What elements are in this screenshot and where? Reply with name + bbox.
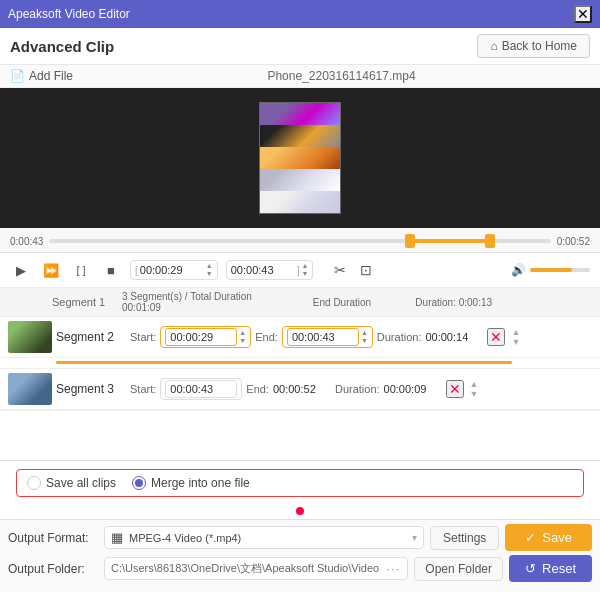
stop-button[interactable]: ■	[100, 259, 122, 281]
format-label: Output Format:	[8, 531, 98, 545]
scrubber-handle-left[interactable]	[405, 234, 415, 248]
save-all-radio[interactable]: Save all clips	[27, 476, 116, 490]
seg-progress-bar-2	[56, 361, 512, 364]
volume-area: 🔊	[511, 263, 590, 277]
seg-end-input-group-2: ▲▼	[282, 326, 373, 348]
save-button[interactable]: ✓ Save	[505, 524, 592, 551]
reset-button[interactable]: ↺ Reset	[509, 555, 592, 582]
start-time-input-group: [ 00:00:29 ▲▼	[130, 260, 218, 280]
seg-scroll-3: ▲ ▼	[470, 379, 479, 399]
format-grid-icon: ▦	[111, 530, 123, 545]
save-merge-row: Save all clips Merge into one file	[16, 469, 584, 497]
seg-start-spinner-2[interactable]: ▲▼	[239, 329, 246, 345]
seg-start-label-3: Start:	[130, 383, 156, 395]
cut-button[interactable]: ✂	[329, 259, 351, 281]
add-file-button[interactable]: 📄 Add File	[10, 69, 73, 83]
clip-icons: ✂ ⊡	[329, 259, 377, 281]
seg-scroll-up-2[interactable]: ▲	[511, 327, 520, 337]
merge-label: Merge into one file	[151, 476, 250, 490]
thumbnail-strip	[259, 102, 341, 214]
thumb-5	[260, 191, 340, 213]
volume-icon: 🔊	[511, 263, 526, 277]
thumb-1	[260, 103, 340, 125]
seg-end-label-2: End:	[255, 331, 278, 343]
seg-start-input-3[interactable]	[165, 380, 237, 398]
segment-thumb-3	[8, 373, 52, 405]
format-select[interactable]: ▦ MPEG-4 Video (*.mp4) ▾	[104, 526, 424, 549]
back-home-label: Back to Home	[502, 39, 577, 53]
reset-icon: ↺	[525, 561, 536, 576]
segment-thumb-2	[8, 321, 52, 353]
step-forward-button[interactable]: ⏩	[40, 259, 62, 281]
bracket-button[interactable]: [ ]	[70, 259, 92, 281]
seg-start-label-2: Start:	[130, 331, 156, 343]
save-all-radio-circle	[27, 476, 41, 490]
seg-start-input-2[interactable]	[165, 328, 237, 346]
clip-button[interactable]: ⊡	[355, 259, 377, 281]
format-row: Output Format: ▦ MPEG-4 Video (*.mp4) ▾ …	[8, 524, 592, 551]
seg-dur-label-3: Duration:	[335, 383, 380, 395]
seg-header-name: Segment 1	[52, 296, 122, 308]
scrubber-end-time: 0:00:52	[557, 236, 590, 247]
end-time-input-group: 00:00:43 ] ▲▼	[226, 260, 314, 280]
dots-button[interactable]: ···	[386, 563, 401, 575]
video-preview	[0, 88, 600, 228]
seg-delete-button-2[interactable]: ✕	[487, 328, 505, 346]
seg-end-value-3: 00:00:52	[273, 383, 331, 395]
folder-path-input[interactable]: C:\Users\86183\OneDrive\文档\Apeaksoft Stu…	[104, 557, 408, 580]
seg-scroll-down-2[interactable]: ▼	[511, 337, 520, 347]
scrubber-handle-right[interactable]	[485, 234, 495, 248]
format-text: MPEG-4 Video (*.mp4)	[129, 532, 406, 544]
start-time-input[interactable]: 00:00:29	[140, 264, 204, 276]
seg-delete-button-3[interactable]: ✕	[446, 380, 464, 398]
volume-track[interactable]	[530, 268, 590, 272]
segments-header: Segment 1 3 Segment(s) / Total Duration …	[0, 288, 600, 317]
indicator-row	[0, 505, 600, 519]
folder-row: Output Folder: C:\Users\86183\OneDrive\文…	[8, 555, 592, 582]
reset-label: Reset	[542, 561, 576, 576]
seg-end-spinner-2[interactable]: ▲▼	[361, 329, 368, 345]
add-file-label: Add File	[29, 69, 73, 83]
output-section: Output Format: ▦ MPEG-4 Video (*.mp4) ▾ …	[0, 519, 600, 592]
scrubber-bar: 0:00:43 0:00:52	[0, 228, 600, 253]
seg-start-input-group-2: ▲▼	[160, 326, 251, 348]
indicator-dot	[296, 507, 304, 515]
end-time-input[interactable]: 00:00:43	[231, 264, 295, 276]
seg-header-end: End Duration	[269, 297, 416, 308]
start-time-spinner[interactable]: ▲▼	[206, 262, 213, 278]
seg-scroll-down-3[interactable]: ▼	[470, 389, 479, 399]
main-content: Advanced Clip ⌂ Back to Home 📄 Add File …	[0, 28, 600, 592]
top-bar: Advanced Clip ⌂ Back to Home	[0, 28, 600, 65]
merge-radio[interactable]: Merge into one file	[132, 476, 250, 490]
play-button[interactable]: ▶	[10, 259, 32, 281]
seg-header-total: 3 Segment(s) / Total Duration 00:01:09	[122, 291, 269, 313]
close-button[interactable]: ✕	[574, 5, 592, 23]
seg-progress-2	[0, 361, 600, 368]
seg-scroll-up-3[interactable]: ▲	[470, 379, 479, 389]
scrubber-track[interactable]	[49, 234, 550, 248]
bracket-right-icon: ]	[297, 265, 300, 276]
thumb-2	[260, 125, 340, 147]
segments-area: Segment 2 Start: ▲▼ End: ▲▼ Duration: 00…	[0, 317, 600, 461]
settings-button[interactable]: Settings	[430, 526, 499, 550]
segment-row-2: Segment 2 Start: ▲▼ End: ▲▼ Duration: 00…	[0, 317, 600, 369]
seg-end-input-2[interactable]	[287, 328, 359, 346]
app-title: Apeaksoft Video Editor	[8, 7, 130, 21]
seg-dur-label-2: Duration:	[377, 331, 422, 343]
folder-label: Output Folder:	[8, 562, 98, 576]
save-all-label: Save all clips	[46, 476, 116, 490]
save-check-icon: ✓	[525, 530, 536, 545]
seg-start-input-group-3	[160, 378, 242, 400]
back-home-button[interactable]: ⌂ Back to Home	[477, 34, 590, 58]
seg-duration-value-3: 00:00:09	[384, 383, 442, 395]
save-merge-container: Save all clips Merge into one file	[0, 461, 600, 505]
add-file-icon: 📄	[10, 69, 25, 83]
seg-duration-value-2: 00:00:14	[425, 331, 483, 343]
title-bar: Apeaksoft Video Editor ✕	[0, 0, 600, 28]
scrubber-fill	[410, 239, 490, 243]
end-time-spinner[interactable]: ▲▼	[302, 262, 309, 278]
segment-name-3: Segment 3	[56, 382, 126, 396]
seg-end-label-3: End:	[246, 383, 269, 395]
open-folder-button[interactable]: Open Folder	[414, 557, 503, 581]
seg-scroll-2: ▲ ▼	[511, 327, 520, 347]
